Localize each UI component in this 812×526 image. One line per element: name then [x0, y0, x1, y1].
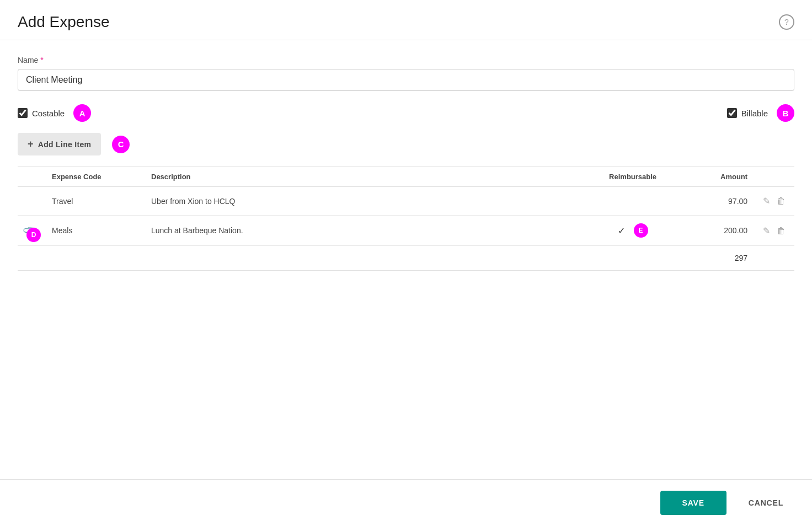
row2-expense-code: Meals	[45, 216, 145, 246]
cancel-button[interactable]: CANCEL	[738, 491, 794, 515]
table-row: Travel Uber from Xion to HCLQ 97.00 ✎ 🗑	[18, 187, 794, 216]
row1-expense-code: Travel	[45, 187, 145, 216]
save-button[interactable]: SAVE	[660, 491, 726, 515]
costable-checkbox[interactable]	[18, 108, 28, 118]
row2-actions: ✎ 🗑	[754, 216, 794, 246]
reimbursable-check: ✓	[618, 226, 625, 236]
col-header-description: Description	[145, 167, 589, 187]
billable-checkbox[interactable]	[727, 108, 737, 118]
add-line-item-button[interactable]: + Add Line Item	[18, 133, 101, 155]
expense-table: Expense Code Description Reimbursable Am…	[18, 167, 794, 271]
add-line-item-badge: C	[112, 136, 130, 153]
table-header-row: Expense Code Description Reimbursable Am…	[18, 167, 794, 187]
header: Add Expense ?	[0, 0, 812, 40]
costable-group: Costable A	[18, 104, 91, 122]
row2-edit-button[interactable]: ✎	[761, 224, 772, 237]
add-line-item-row: + Add Line Item C	[18, 133, 794, 155]
row1-description: Uber from Xion to HCLQ	[145, 187, 589, 216]
total-amount: 297	[677, 246, 754, 271]
row1-delete-button[interactable]: 🗑	[774, 195, 788, 207]
form-body: Name * Costable A Billable B + Add Line …	[0, 40, 812, 526]
col-header-amount: Amount	[677, 167, 754, 187]
footer: SAVE CANCEL	[0, 479, 812, 526]
name-input[interactable]	[18, 69, 794, 91]
billable-label: Billable	[741, 109, 768, 118]
row2-reimbursable-badge: E	[634, 223, 648, 238]
col-header-expense-code: Expense Code	[45, 167, 145, 187]
row2-description: Lunch at Barbeque Nation.	[145, 216, 589, 246]
billable-badge: B	[777, 104, 794, 122]
table-row: 📎 D Meals Lunch at Barbeque Nation. ✓ E …	[18, 216, 794, 246]
required-star: *	[40, 56, 43, 65]
row2-icon-badge: D	[26, 228, 41, 242]
row2-amount: 200.00	[677, 216, 754, 246]
costable-badge: A	[73, 104, 91, 122]
costable-label: Costable	[32, 109, 65, 118]
row1-edit-button[interactable]: ✎	[761, 195, 772, 207]
row1-reimbursable	[589, 187, 677, 216]
name-label: Name *	[18, 56, 794, 65]
col-header-icon	[18, 167, 45, 187]
billable-group: Billable B	[727, 104, 794, 122]
col-header-reimbursable: Reimbursable	[589, 167, 677, 187]
row1-actions: ✎ 🗑	[754, 187, 794, 216]
page-container: Add Expense ? Name * Costable A Billable…	[0, 0, 812, 526]
row2-reimbursable: ✓ E	[589, 216, 677, 246]
row2-delete-button[interactable]: 🗑	[774, 225, 788, 237]
row1-icon-cell	[18, 187, 45, 216]
row1-amount: 97.00	[677, 187, 754, 216]
page-title: Add Expense	[18, 13, 110, 31]
add-line-item-label: Add Line Item	[38, 140, 91, 149]
checkboxes-row: Costable A Billable B	[18, 104, 794, 122]
help-icon[interactable]: ?	[779, 14, 794, 30]
total-row: 297	[18, 246, 794, 271]
plus-icon: +	[28, 138, 34, 150]
row2-icon-cell: 📎 D	[18, 216, 45, 246]
col-header-actions	[754, 167, 794, 187]
